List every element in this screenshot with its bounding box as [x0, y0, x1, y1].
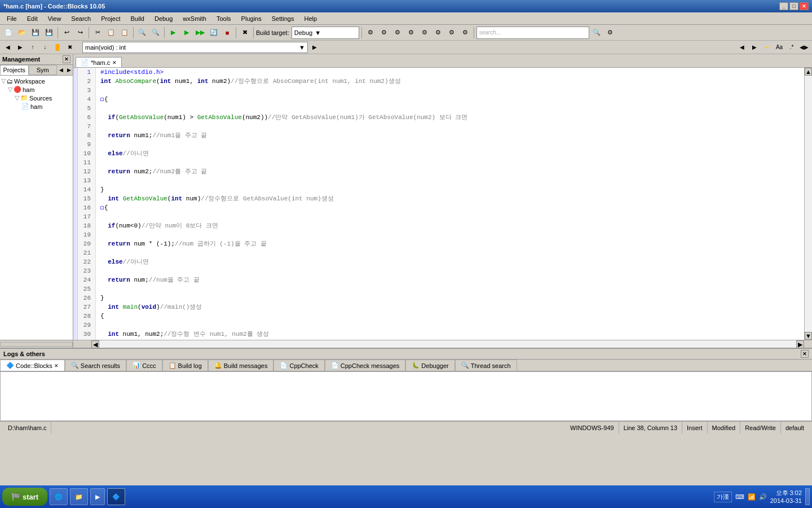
- sep5: [236, 27, 236, 38]
- close-panel-btn[interactable]: ✕: [63, 55, 70, 63]
- tab-debugger[interactable]: 🐛 Debugger: [405, 360, 454, 371]
- abort-btn[interactable]: ✖: [239, 27, 251, 39]
- close-logs-btn[interactable]: ✕: [801, 350, 809, 358]
- debug-btn3[interactable]: ⚙: [391, 27, 404, 39]
- tab-prev-btn[interactable]: ◀: [57, 65, 65, 75]
- run-btn[interactable]: ▶: [180, 27, 193, 39]
- debug-btn5[interactable]: ⚙: [418, 27, 431, 39]
- find-next-icon[interactable]: ▶: [749, 42, 760, 52]
- taskbar-codeblocks[interactable]: 🔷: [107, 488, 125, 505]
- close-button[interactable]: ✕: [800, 2, 809, 10]
- tray-lang-icon[interactable]: 가漢: [714, 492, 732, 502]
- debug-btn1[interactable]: ⚙: [364, 27, 377, 39]
- nav-jump-btn[interactable]: ↑: [27, 42, 38, 52]
- tab-projects[interactable]: Projects: [0, 65, 29, 75]
- tab-build-messages[interactable]: 🔔 Build messages: [208, 360, 274, 371]
- function-dropdown[interactable]: main(void) : int ▼: [82, 42, 308, 53]
- scroll-up-btn[interactable]: ▲: [805, 68, 812, 76]
- open-file-btn[interactable]: 📂: [16, 27, 28, 39]
- taskbar-folder[interactable]: 📁: [70, 488, 88, 505]
- start-button[interactable]: 🏁 start: [2, 488, 47, 506]
- extras-btn[interactable]: ◀▶: [798, 42, 810, 52]
- sep3: [133, 27, 134, 38]
- menu-wxsmith[interactable]: wxSmith: [178, 14, 211, 23]
- tab-cppcheck-messages[interactable]: 📄 CppCheck messages: [325, 360, 406, 371]
- paste-btn[interactable]: 📋: [118, 27, 131, 39]
- hscroll-left-btn[interactable]: ◀: [91, 340, 99, 348]
- build-run-btn[interactable]: ▶▶: [194, 27, 206, 39]
- restore-button[interactable]: □: [789, 2, 798, 10]
- menu-build[interactable]: Build: [126, 14, 148, 23]
- debug-btn8[interactable]: ⚙: [459, 27, 471, 39]
- taskbar-media[interactable]: ▶: [90, 488, 105, 505]
- nav-go-btn[interactable]: ▶: [309, 42, 320, 52]
- tab-next-btn[interactable]: ▶: [65, 65, 73, 75]
- undo-btn[interactable]: ↩: [60, 27, 73, 39]
- search-go-btn[interactable]: 🔍: [590, 27, 603, 39]
- nav-clear-btn[interactable]: ✖: [64, 42, 76, 52]
- hscroll-right-btn[interactable]: ▶: [796, 340, 804, 348]
- tree-ham-project[interactable]: ▽ 🔴 ham: [1, 85, 72, 94]
- ham-project-label: ham: [23, 86, 34, 93]
- nav-highlight-btn[interactable]: █: [52, 42, 63, 52]
- tab-cppchkmsg-label: CppCheck messages: [341, 362, 400, 369]
- tab-sym[interactable]: Sym: [29, 65, 58, 75]
- match-case-btn[interactable]: Aa: [774, 42, 785, 52]
- find-next-btn[interactable]: 🔍: [149, 27, 162, 39]
- menu-tools[interactable]: Tools: [212, 14, 236, 23]
- stop-btn[interactable]: ■: [221, 27, 233, 39]
- menu-project[interactable]: Project: [96, 14, 125, 23]
- menu-view[interactable]: View: [43, 14, 66, 23]
- editor-tab-ham[interactable]: 📄 *ham.c ✕: [76, 57, 122, 67]
- debug-btn4[interactable]: ⚙: [405, 27, 417, 39]
- show-desktop-icon[interactable]: [805, 488, 810, 505]
- build-btn[interactable]: ▶: [167, 27, 179, 39]
- build-target-dropdown[interactable]: Debug ▼: [292, 27, 359, 39]
- menu-edit[interactable]: Edit: [23, 14, 42, 23]
- nav-forward-btn[interactable]: ▶: [15, 42, 26, 52]
- find-btn[interactable]: 🔍: [136, 27, 148, 39]
- find-prev-icon[interactable]: ◀: [736, 42, 748, 52]
- tab-codeblocks[interactable]: 🔷 Code::Blocks ✕: [0, 360, 65, 371]
- menu-plugins[interactable]: Plugins: [237, 14, 266, 23]
- editor-tab-close[interactable]: ✕: [112, 60, 117, 65]
- minimize-button[interactable]: _: [779, 2, 788, 10]
- regex-btn[interactable]: .*: [786, 42, 797, 52]
- copy-btn[interactable]: 📋: [105, 27, 117, 39]
- highlight-btn[interactable]: ━: [761, 42, 773, 52]
- search-box[interactable]: search...: [476, 27, 589, 39]
- new-file-btn[interactable]: 📄: [2, 27, 15, 39]
- menu-search[interactable]: Search: [67, 14, 95, 23]
- rebuild-btn[interactable]: 🔄: [208, 27, 220, 39]
- tab-thread-search[interactable]: 🔍 Thread search: [455, 360, 517, 371]
- debug-btn7[interactable]: ⚙: [445, 27, 458, 39]
- tree-sources[interactable]: ▽ 📁 Sources: [1, 94, 72, 102]
- tab-cppcheck[interactable]: 📄 CppCheck: [273, 360, 324, 371]
- taskbar-ie[interactable]: 🌐: [50, 488, 68, 505]
- tab-search-results[interactable]: 🔍 Search results: [65, 360, 126, 371]
- code-content[interactable]: #include<stdio.h> int AbsoCompare(int nu…: [96, 68, 804, 340]
- debug-btn2[interactable]: ⚙: [378, 27, 390, 39]
- menu-settings[interactable]: Settings: [267, 14, 299, 23]
- build-target-value: Debug: [294, 29, 312, 36]
- search-opt-btn[interactable]: ⚙: [604, 27, 616, 39]
- tree-workspace[interactable]: ▽ 🗂 Workspace: [1, 77, 72, 85]
- nav-back-btn[interactable]: ◀: [2, 42, 14, 52]
- menu-debug[interactable]: Debug: [150, 14, 177, 23]
- save-btn[interactable]: 💾: [29, 27, 42, 39]
- tree-ham-file[interactable]: 📄 ham: [1, 102, 72, 111]
- debug-btn6[interactable]: ⚙: [432, 27, 444, 39]
- menu-file[interactable]: File: [2, 14, 21, 23]
- nav-jump2-btn[interactable]: ↓: [39, 42, 51, 52]
- tab-codeblocks-close[interactable]: ✕: [54, 363, 59, 369]
- status-bar: D:\ham\ham.c WINDOWS-949 Line 38, Column…: [0, 421, 812, 433]
- scroll-down-btn[interactable]: ▼: [805, 332, 812, 340]
- editor-scrollbar[interactable]: ▲ ▼: [804, 68, 812, 340]
- tab-cccc[interactable]: 📊 Cccc: [126, 360, 162, 371]
- redo-btn[interactable]: ↪: [74, 27, 86, 39]
- menu-help[interactable]: Help: [299, 14, 321, 23]
- save-all-btn[interactable]: 💾: [43, 27, 55, 39]
- tab-threadsearch-label: Thread search: [471, 362, 511, 369]
- tab-build-log[interactable]: 📋 Build log: [162, 360, 208, 371]
- cut-btn[interactable]: ✂: [91, 27, 104, 39]
